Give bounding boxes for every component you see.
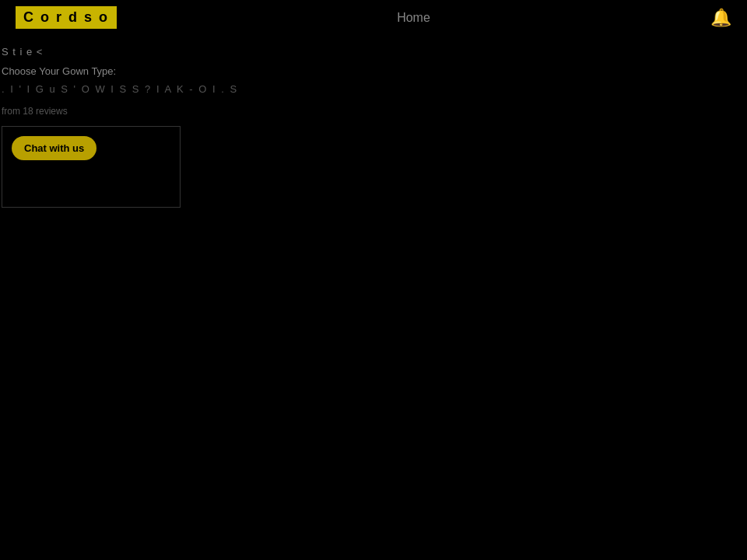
header: C o r d s o Home 🔔 [0, 0, 747, 35]
bell-icon[interactable]: 🔔 [710, 8, 731, 28]
chat-card: Chat with us [2, 126, 181, 208]
type-options: . I ' I G u S ' O W I S S ? I A K - O I … [0, 79, 747, 100]
nav-home-link[interactable]: Home [397, 11, 430, 25]
logo: C o r d s o [16, 6, 117, 29]
subtitle-text: S t i e < [0, 43, 747, 61]
reviews-label: from 18 reviews [0, 103, 747, 120]
type-option-1[interactable]: . I ' I G u S ' O W I S S ? I A K - O I … [2, 83, 238, 95]
main-content: S t i e < Choose Your Gown Type: . I ' I… [0, 35, 747, 208]
choose-type-label: Choose Your Gown Type: [0, 64, 747, 79]
chat-with-us-button[interactable]: Chat with us [12, 136, 96, 160]
